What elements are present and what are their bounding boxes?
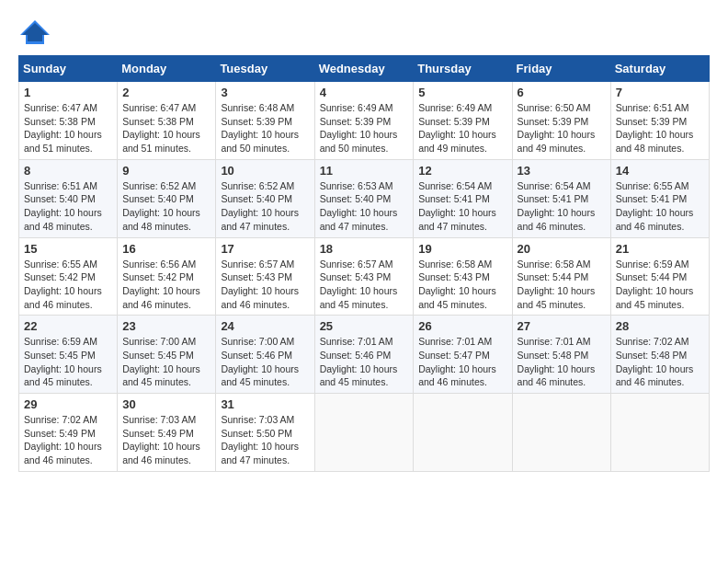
day-info: Sunrise: 6:47 AMSunset: 5:38 PMDaylight:… [122,101,210,155]
day-number: 28 [616,319,704,333]
page-header [18,18,710,46]
day-info: Sunrise: 6:51 AMSunset: 5:40 PMDaylight:… [24,179,112,234]
week-row-5: 29 Sunrise: 7:02 AMSunset: 5:49 PMDaylig… [19,394,710,472]
day-info: Sunrise: 7:00 AMSunset: 5:46 PMDaylight:… [221,335,309,389]
day-number: 26 [418,319,506,333]
day-number: 11 [320,164,409,178]
day-info: Sunrise: 6:59 AMSunset: 5:45 PMDaylight:… [24,335,112,389]
day-info: Sunrise: 7:03 AMSunset: 5:50 PMDaylight:… [221,413,309,467]
calendar-cell: 21 Sunrise: 6:59 AMSunset: 5:44 PMDaylig… [610,237,709,316]
day-number: 29 [24,397,112,411]
logo-icon [18,18,51,46]
week-row-3: 15 Sunrise: 6:55 AMSunset: 5:42 PMDaylig… [19,237,710,316]
day-info: Sunrise: 6:52 AMSunset: 5:40 PMDaylight:… [221,179,309,234]
day-number: 2 [122,86,210,99]
weekday-header-friday: Friday [512,56,610,82]
day-number: 22 [24,319,112,333]
day-number: 24 [221,319,309,333]
day-number: 13 [518,164,606,178]
day-info: Sunrise: 6:59 AMSunset: 5:44 PMDaylight:… [616,258,704,312]
week-row-4: 22 Sunrise: 6:59 AMSunset: 5:45 PMDaylig… [19,316,710,394]
calendar-cell: 9 Sunrise: 6:52 AMSunset: 5:40 PMDayligh… [118,159,216,237]
day-number: 6 [518,86,606,99]
day-info: Sunrise: 6:57 AMSunset: 5:43 PMDaylight:… [320,258,409,312]
calendar-cell: 4 Sunrise: 6:49 AMSunset: 5:39 PMDayligh… [314,82,414,160]
week-row-2: 8 Sunrise: 6:51 AMSunset: 5:40 PMDayligh… [19,159,710,237]
day-number: 8 [24,164,112,178]
calendar-cell [314,394,414,472]
day-number: 18 [320,242,409,256]
day-number: 1 [24,86,112,99]
day-info: Sunrise: 6:54 AMSunset: 5:41 PMDaylight:… [418,179,506,234]
calendar-cell: 7 Sunrise: 6:51 AMSunset: 5:39 PMDayligh… [610,82,709,160]
calendar-cell: 25 Sunrise: 7:01 AMSunset: 5:46 PMDaylig… [314,316,414,394]
calendar-cell: 8 Sunrise: 6:51 AMSunset: 5:40 PMDayligh… [19,159,118,237]
day-number: 7 [616,86,704,99]
calendar-cell: 31 Sunrise: 7:03 AMSunset: 5:50 PMDaylig… [216,394,314,472]
day-info: Sunrise: 6:54 AMSunset: 5:41 PMDaylight:… [518,179,606,234]
day-number: 16 [122,242,210,256]
day-info: Sunrise: 7:00 AMSunset: 5:45 PMDaylight:… [122,335,210,389]
calendar-cell: 20 Sunrise: 6:58 AMSunset: 5:44 PMDaylig… [512,237,610,316]
day-info: Sunrise: 7:03 AMSunset: 5:49 PMDaylight:… [122,413,210,467]
calendar-cell: 27 Sunrise: 7:01 AMSunset: 5:48 PMDaylig… [512,316,610,394]
day-number: 21 [616,242,704,256]
calendar-cell: 12 Sunrise: 6:54 AMSunset: 5:41 PMDaylig… [414,159,512,237]
calendar-cell [610,394,709,472]
calendar-cell: 30 Sunrise: 7:03 AMSunset: 5:49 PMDaylig… [118,394,216,472]
calendar-cell: 29 Sunrise: 7:02 AMSunset: 5:49 PMDaylig… [19,394,118,472]
day-number: 27 [518,319,606,333]
calendar-cell: 18 Sunrise: 6:57 AMSunset: 5:43 PMDaylig… [314,237,414,316]
day-number: 15 [24,242,112,256]
calendar-cell: 1 Sunrise: 6:47 AMSunset: 5:38 PMDayligh… [19,82,118,160]
weekday-header-saturday: Saturday [610,56,709,82]
day-number: 14 [616,164,704,178]
day-number: 30 [122,397,210,411]
weekday-header-row: SundayMondayTuesdayWednesdayThursdayFrid… [19,56,710,82]
calendar-cell: 14 Sunrise: 6:55 AMSunset: 5:41 PMDaylig… [610,159,709,237]
day-number: 20 [518,242,606,256]
calendar-cell: 2 Sunrise: 6:47 AMSunset: 5:38 PMDayligh… [118,82,216,160]
calendar-cell: 10 Sunrise: 6:52 AMSunset: 5:40 PMDaylig… [216,159,314,237]
day-info: Sunrise: 7:01 AMSunset: 5:48 PMDaylight:… [518,335,606,389]
day-number: 3 [221,86,309,99]
calendar-cell: 22 Sunrise: 6:59 AMSunset: 5:45 PMDaylig… [19,316,118,394]
day-number: 10 [221,164,309,178]
day-info: Sunrise: 6:56 AMSunset: 5:42 PMDaylight:… [122,258,210,312]
calendar-cell: 5 Sunrise: 6:49 AMSunset: 5:39 PMDayligh… [414,82,512,160]
calendar-cell: 13 Sunrise: 6:54 AMSunset: 5:41 PMDaylig… [512,159,610,237]
calendar-cell [512,394,610,472]
day-number: 25 [320,319,409,333]
calendar-cell: 3 Sunrise: 6:48 AMSunset: 5:39 PMDayligh… [216,82,314,160]
day-info: Sunrise: 6:52 AMSunset: 5:40 PMDaylight:… [122,179,210,234]
calendar-table: SundayMondayTuesdayWednesdayThursdayFrid… [18,55,710,472]
calendar-cell [414,394,512,472]
day-info: Sunrise: 6:53 AMSunset: 5:40 PMDaylight:… [320,179,409,234]
day-info: Sunrise: 7:02 AMSunset: 5:48 PMDaylight:… [616,335,704,389]
day-info: Sunrise: 7:02 AMSunset: 5:49 PMDaylight:… [24,413,112,467]
day-info: Sunrise: 6:58 AMSunset: 5:44 PMDaylight:… [518,258,606,312]
calendar-cell: 16 Sunrise: 6:56 AMSunset: 5:42 PMDaylig… [118,237,216,316]
day-info: Sunrise: 6:55 AMSunset: 5:41 PMDaylight:… [616,179,704,234]
day-info: Sunrise: 7:01 AMSunset: 5:47 PMDaylight:… [418,335,506,389]
day-info: Sunrise: 6:55 AMSunset: 5:42 PMDaylight:… [24,258,112,312]
weekday-header-sunday: Sunday [19,56,118,82]
weekday-header-wednesday: Wednesday [314,56,414,82]
day-number: 23 [122,319,210,333]
day-number: 17 [221,242,309,256]
calendar-cell: 24 Sunrise: 7:00 AMSunset: 5:46 PMDaylig… [216,316,314,394]
day-info: Sunrise: 6:48 AMSunset: 5:39 PMDaylight:… [221,101,309,155]
day-info: Sunrise: 6:49 AMSunset: 5:39 PMDaylight:… [320,101,409,155]
day-info: Sunrise: 6:47 AMSunset: 5:38 PMDaylight:… [24,101,112,155]
calendar-cell: 11 Sunrise: 6:53 AMSunset: 5:40 PMDaylig… [314,159,414,237]
day-number: 12 [418,164,506,178]
calendar-cell: 15 Sunrise: 6:55 AMSunset: 5:42 PMDaylig… [19,237,118,316]
calendar-cell: 28 Sunrise: 7:02 AMSunset: 5:48 PMDaylig… [610,316,709,394]
calendar-cell: 17 Sunrise: 6:57 AMSunset: 5:43 PMDaylig… [216,237,314,316]
day-info: Sunrise: 7:01 AMSunset: 5:46 PMDaylight:… [320,335,409,389]
day-info: Sunrise: 6:51 AMSunset: 5:39 PMDaylight:… [616,101,704,155]
day-info: Sunrise: 6:57 AMSunset: 5:43 PMDaylight:… [221,258,309,312]
calendar-cell: 19 Sunrise: 6:58 AMSunset: 5:43 PMDaylig… [414,237,512,316]
day-info: Sunrise: 6:58 AMSunset: 5:43 PMDaylight:… [418,258,506,312]
day-number: 4 [320,86,409,99]
